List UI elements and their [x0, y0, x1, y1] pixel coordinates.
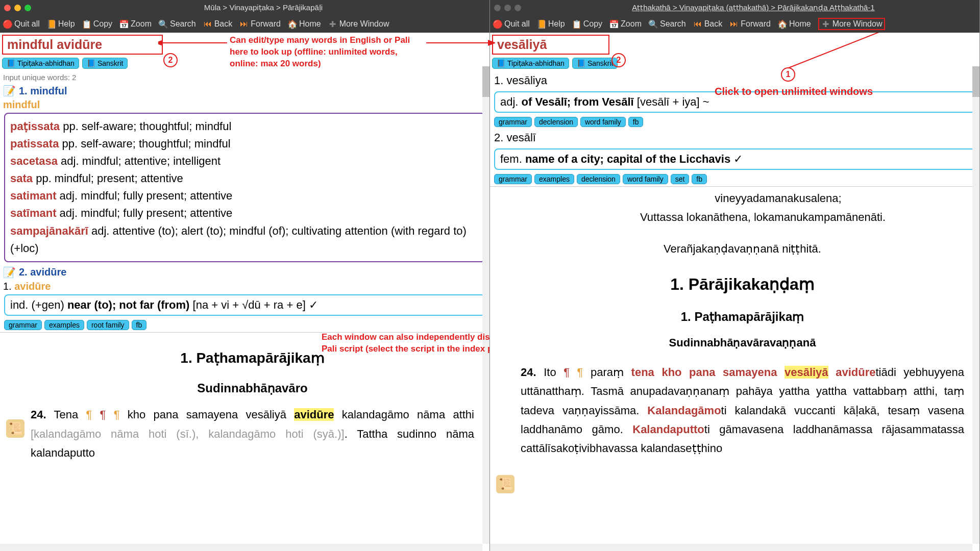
tipitaka-badge[interactable]: 📘 Tipiṭaka-abhidhan	[2, 58, 79, 69]
subentry-1: 1. vesāliya	[490, 72, 979, 89]
traffic-lights	[4, 5, 31, 11]
tag-grammar[interactable]: grammar	[4, 320, 42, 330]
tag-declension[interactable]: declension	[577, 174, 620, 184]
para-number: 24.	[31, 408, 46, 421]
zoom-button[interactable]: 📅Zoom	[609, 19, 642, 29]
forward-button[interactable]: ⏭Forward	[239, 19, 281, 29]
home-button[interactable]: 🏠Home	[288, 19, 321, 29]
scrollbar-vertical[interactable]	[482, 66, 489, 544]
annotation-circle-2: 2	[611, 53, 626, 67]
pilcrow-icon[interactable]: ¶	[564, 366, 577, 379]
forward-button[interactable]: ⏭Forward	[729, 19, 771, 29]
search-button[interactable]: 🔍Search	[159, 19, 196, 29]
titlebar-left: Mūla > Vinayapiṭaka > Pārājikapāḷi	[0, 0, 489, 15]
tag-fb[interactable]: fb	[132, 320, 147, 330]
sanskrit-badge[interactable]: 📘 Sanskrit	[82, 58, 128, 69]
annotation-circle-2: 2	[163, 53, 178, 67]
back-button[interactable]: ⏮Back	[693, 19, 723, 29]
definition-box-2: ind. (+gen) near (to); not far (from) [n…	[4, 294, 485, 316]
tag-set[interactable]: set	[671, 174, 690, 184]
section-heading: 1. Pārājikakaṇḍaṃ	[521, 270, 964, 298]
tag-root-family[interactable]: root family	[87, 320, 129, 330]
help-button[interactable]: 📙Help	[47, 19, 75, 29]
copy-button[interactable]: 📋Copy	[572, 19, 602, 29]
highlight-word[interactable]: avidūre	[294, 408, 334, 421]
zoom-button[interactable]: 📅Zoom	[119, 19, 152, 29]
scrollbar-vertical[interactable]	[972, 66, 979, 544]
search-input-left[interactable]	[2, 35, 163, 55]
more-window-button[interactable]: ✚More Window	[818, 18, 886, 30]
content-left: 📘 Tipiṭaka-abhidhan 📘 Sanskrit Input uni…	[0, 33, 489, 551]
entry2-word: avidūre	[14, 281, 51, 292]
sub-heading: Sudinnabhāṇavāro	[31, 378, 474, 399]
help-button[interactable]: 📙Help	[537, 19, 565, 29]
dict-badges: 📘 Tipiṭaka-abhidhan 📘 Sanskrit	[490, 55, 979, 72]
scrollbar-horizontal[interactable]	[490, 544, 972, 551]
traffic-lights	[494, 5, 521, 11]
home-button[interactable]: 🏠Home	[778, 19, 811, 29]
tipitaka-badge[interactable]: 📘 Tipiṭaka-abhidhan	[492, 58, 569, 69]
more-window-button[interactable]: ✚More Window	[328, 19, 389, 29]
definition-box-r1: adj. of Vesālī; from Vesālī [vesālī + iy…	[494, 91, 975, 113]
pilcrow-icon[interactable]: ¶	[100, 408, 114, 421]
entry1-word: mindful	[0, 99, 489, 111]
window-title: Aṭṭhakathā > Vinayapiṭaka (aṭṭhakathā) >…	[531, 3, 975, 12]
sub-heading-2: Sudinnabhāṇavāravaṇṇanā	[521, 333, 964, 352]
tag-examples[interactable]: examples	[44, 320, 84, 330]
search-input-right[interactable]	[492, 35, 609, 55]
search-button[interactable]: 🔍Search	[649, 19, 686, 29]
minimize-icon[interactable]	[14, 5, 21, 11]
toolbar-right: 🔴Quit all 📙Help 📋Copy 📅Zoom 🔍Search ⏮Bac…	[490, 15, 979, 33]
back-button[interactable]: ⏮Back	[203, 19, 233, 29]
tag-grammar[interactable]: grammar	[494, 174, 532, 184]
tag-fb[interactable]: fb	[628, 117, 644, 127]
toolbar-left: 🔴Quit all 📙Help 📋Copy 📅Zoom 🔍Search ⏮Bac…	[0, 15, 489, 33]
tag-declension[interactable]: declension	[534, 117, 578, 127]
reading-right: vineyyadamanakusalena; Vuttassa lokanāth…	[490, 187, 979, 463]
tag-row-2: grammarexamplesroot familyfb	[0, 318, 489, 332]
para-number: 24.	[521, 366, 536, 379]
entry1-header: 📝 1. mindful	[0, 83, 489, 99]
scrollbar-horizontal[interactable]	[0, 544, 482, 551]
dict-badges: 📘 Tipiṭaka-abhidhan 📘 Sanskrit	[0, 55, 489, 72]
maximize-icon[interactable]	[24, 5, 31, 11]
window-title: Mūla > Vinayapiṭaka > Pārājikapāḷi	[41, 3, 485, 12]
reading-left: 1. Paṭhamapārājikaṃ Sudinnabhāṇavāro 📜 2…	[0, 333, 489, 468]
tag-row-r1: grammardeclensionword familyfb	[490, 115, 979, 129]
tag-row-r2: grammarexamplesdeclensionword familysetf…	[490, 172, 979, 186]
definition-box-r2: fem. name of a city; capital of the Licc…	[494, 148, 975, 170]
scroll-icon[interactable]: 📜	[6, 419, 24, 438]
close-icon[interactable]	[4, 5, 11, 11]
annotation-circle-1: 1	[781, 67, 795, 82]
tag-examples[interactable]: examples	[534, 174, 574, 184]
quit-button[interactable]: 🔴Quit all	[3, 19, 40, 29]
pilcrow-icon[interactable]: ¶	[114, 408, 120, 421]
sub-heading: 1. Paṭhamapārājikaṃ	[521, 307, 964, 328]
content-right: 📘 Tipiṭaka-abhidhan 📘 Sanskrit 1. vesāli…	[490, 33, 979, 551]
tag-word-family[interactable]: word family	[623, 174, 668, 184]
entry2-header: 📝 2. avidūre	[0, 264, 489, 281]
minimize-icon[interactable]	[504, 5, 511, 11]
maximize-icon[interactable]	[514, 5, 521, 11]
tag-word-family[interactable]: word family	[580, 117, 626, 127]
pilcrow-icon[interactable]: ¶	[86, 408, 100, 421]
section-heading: 1. Paṭhamapārājikaṃ	[31, 346, 474, 370]
close-icon[interactable]	[494, 5, 501, 11]
scroll-icon[interactable]: 📜	[496, 475, 514, 493]
tag-grammar[interactable]: grammar	[494, 117, 532, 127]
right-window: Aṭṭhakathā > Vinayapiṭaka (aṭṭhakathā) >…	[490, 0, 980, 551]
definition-box-1: paṭissata pp. self-aware; thoughtful; mi…	[4, 113, 485, 262]
titlebar-right: Aṭṭhakathā > Vinayapiṭaka (aṭṭhakathā) >…	[490, 0, 979, 15]
subentry-2: 2. vesālī	[490, 129, 979, 146]
unique-words: Input unique words: 2	[0, 72, 489, 83]
left-window: Mūla > Vinayapiṭaka > Pārājikapāḷi 🔴Quit…	[0, 0, 490, 551]
copy-button[interactable]: 📋Copy	[82, 19, 112, 29]
pilcrow-icon[interactable]: ¶	[577, 366, 583, 379]
tag-fb[interactable]: fb	[692, 174, 707, 184]
highlight-word[interactable]: vesāliyā	[785, 366, 828, 379]
quit-button[interactable]: 🔴Quit all	[493, 19, 530, 29]
